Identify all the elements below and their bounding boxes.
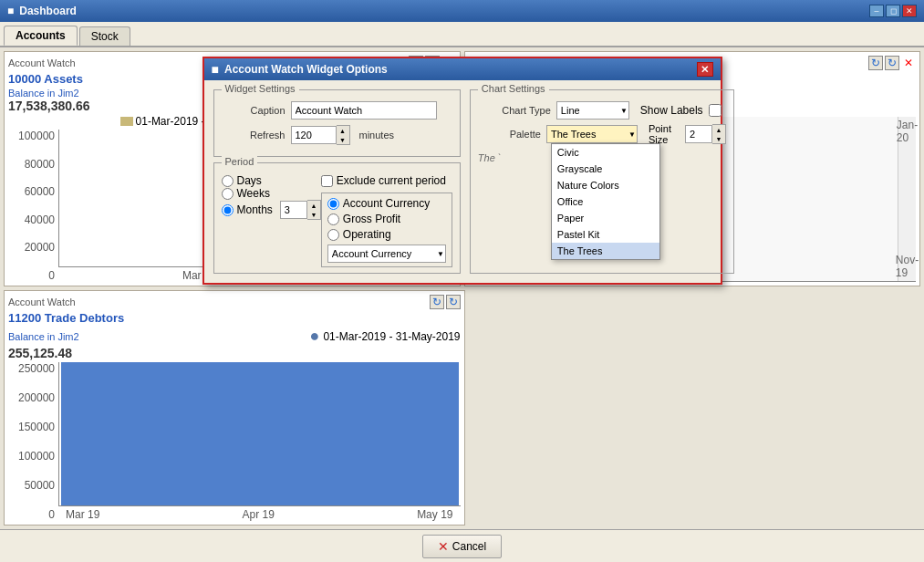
- refresh-down-btn[interactable]: ▼: [337, 135, 349, 144]
- chart-labels-bottom-left: Mar 19 Apr 19 May 19: [58, 506, 461, 521]
- palette-item-paper[interactable]: Paper: [552, 210, 659, 226]
- radio-days-input[interactable]: [222, 175, 234, 187]
- palette-wrapper: The Trees ▼: [546, 125, 638, 143]
- radio-months-input[interactable]: [222, 204, 234, 216]
- chart-type-select[interactable]: Line Bar Area: [556, 101, 629, 120]
- modal-icon: ■: [212, 62, 219, 77]
- bottom-bar: ✕ Cancel: [0, 529, 924, 562]
- close-button[interactable]: ✕: [902, 5, 917, 17]
- exclude-period-checkbox[interactable]: [321, 175, 333, 187]
- tab-bar: Accounts Stock: [0, 22, 924, 47]
- chart-type-row: Chart Type Line Bar Area ▼: [478, 101, 726, 120]
- cancel-icon: ✕: [438, 539, 449, 554]
- modal-title-text: ■ Account Watch Widget Options: [212, 62, 388, 77]
- widget-refresh-btn-top-right[interactable]: ↻: [885, 56, 899, 70]
- widget-bottom-left: Account Watch ↻ ↻ 11200 Trade Debtors Ba…: [4, 290, 465, 526]
- widget-refresh-btn-bottom-left[interactable]: ↻: [446, 295, 461, 309]
- account-radio-currency: Account Currency: [327, 197, 446, 210]
- modal-sections: Widget Settings Caption Refresh: [213, 89, 711, 274]
- radio-months: Months ▲ ▼: [222, 200, 321, 220]
- balance-value-bottom-left: 255,125.48: [8, 346, 461, 360]
- account-gross-radio[interactable]: [327, 213, 339, 225]
- palette-row: Palette The Trees ▼ Point Size: [478, 123, 726, 145]
- account-radio-gross: Gross Profit: [327, 213, 446, 225]
- refresh-up-btn[interactable]: ▲: [337, 126, 349, 135]
- months-input[interactable]: [280, 201, 307, 219]
- legend-box-tan: [120, 117, 133, 126]
- refresh-icon-bottom-left: ↻: [449, 296, 458, 308]
- chart-settings-column: Chart Settings Chart Type Line Bar Area: [470, 89, 734, 274]
- widget-title-bottom-left: Account Watch: [8, 297, 76, 307]
- person-icon-bottom-left: ●: [310, 327, 320, 346]
- point-size-up-btn[interactable]: ▲: [712, 125, 725, 134]
- palette-select[interactable]: The Trees: [546, 125, 638, 143]
- tab-accounts[interactable]: Accounts: [4, 26, 78, 46]
- account-operating-radio[interactable]: [327, 229, 339, 241]
- caption-row: Caption: [222, 101, 452, 120]
- window-controls[interactable]: – ◻ ✕: [869, 5, 917, 17]
- minimize-button[interactable]: –: [869, 5, 884, 17]
- widget-settings-btn-bottom-left[interactable]: ↻: [430, 295, 444, 309]
- widget-settings-btn-top-right[interactable]: ↻: [868, 56, 883, 70]
- point-size-input[interactable]: [685, 125, 712, 143]
- widget-title-top-left: Account Watch: [8, 57, 76, 68]
- account-currency-radio[interactable]: [327, 198, 339, 210]
- show-labels-checkbox[interactable]: [709, 104, 722, 117]
- chart-area-bottom-left: 250000 200000 150000 100000 50000 0 Mar …: [8, 362, 461, 521]
- exclude-period-row: Exclude current period: [321, 174, 452, 187]
- refresh-label: Refresh: [222, 130, 286, 140]
- palette-item-civic[interactable]: Civic: [552, 144, 659, 161]
- y-axis-top-left: 100000 80000 60000 40000 20000 0: [8, 130, 58, 282]
- period-label: Period: [222, 156, 258, 167]
- radio-weeks-input[interactable]: [222, 188, 234, 200]
- modal-title-bar: ■ Account Watch Widget Options ✕: [204, 58, 721, 80]
- show-labels-text: Show Labels: [640, 104, 703, 117]
- palette-item-grayscale[interactable]: Grayscale: [552, 161, 659, 177]
- account-select-wrapper: Account Currency ▼: [327, 245, 446, 263]
- refresh-input[interactable]: [291, 126, 337, 144]
- chart-settings-label: Chart Settings: [478, 83, 549, 94]
- months-up-btn[interactable]: ▲: [307, 201, 320, 210]
- point-size-row: Point Size ▲ ▼: [649, 123, 726, 145]
- period-right: Exclude current period Account Currency: [321, 174, 452, 267]
- minutes-label: minutes: [359, 130, 395, 140]
- palette-dropdown-popup[interactable]: Civic Grayscale Nature Colors Office Pap…: [551, 143, 660, 260]
- chart-type-wrapper: Line Bar Area ▼: [556, 101, 629, 120]
- tab-stock[interactable]: Stock: [79, 26, 130, 46]
- widget-settings-column: Widget Settings Caption Refresh: [213, 89, 461, 274]
- widget-close-btn-top-right[interactable]: ✕: [901, 56, 916, 70]
- period-section: Period Days Weeks: [213, 162, 461, 274]
- account-radio-operating: Operating: [327, 228, 446, 241]
- app-icon: ■: [7, 5, 14, 17]
- palette-item-thetrees[interactable]: The Trees: [552, 243, 659, 259]
- account-select-row: Account Currency ▼: [327, 245, 446, 263]
- period-options: Days Weeks Months: [222, 174, 321, 267]
- palette-item-nature[interactable]: Nature Colors: [552, 177, 659, 193]
- blue-bar-area: [58, 362, 461, 506]
- chart-settings-section: Chart Settings Chart Type Line Bar Area: [470, 89, 734, 274]
- modal-dialog: ■ Account Watch Widget Options ✕ Widget …: [202, 57, 722, 285]
- months-spinner: ▲ ▼: [280, 200, 321, 220]
- bottom-right-empty: [469, 290, 921, 526]
- refresh-icon-top-right: ↻: [888, 57, 897, 69]
- title-bar: ■ Dashboard – ◻ ✕: [0, 0, 924, 22]
- modal-close-button[interactable]: ✕: [697, 62, 713, 77]
- palette-item-pastelkit[interactable]: Pastel Kit: [552, 226, 659, 243]
- settings-icon-bottom-left: ↻: [432, 296, 441, 308]
- widget-header-bottom-left: Account Watch ↻ ↻: [8, 295, 461, 309]
- restore-button[interactable]: ◻: [886, 5, 900, 17]
- top-right-chart-placeholder: Jan-20 Nov-19: [898, 117, 916, 281]
- cancel-button[interactable]: ✕ Cancel: [422, 535, 502, 558]
- point-size-down-btn[interactable]: ▼: [712, 134, 725, 143]
- caption-input[interactable]: [291, 101, 437, 120]
- refresh-spinner: ▲ ▼: [291, 125, 350, 145]
- widget-settings-section: Widget Settings Caption Refresh: [213, 89, 461, 157]
- account-subsection: Account Currency Gross Profit: [321, 193, 452, 267]
- settings-icon-top-right: ↻: [871, 57, 880, 69]
- balance-label-bottom-left: Balance in Jim2: [8, 331, 79, 342]
- cancel-label: Cancel: [452, 540, 486, 553]
- months-down-btn[interactable]: ▼: [307, 210, 320, 219]
- palette-item-office[interactable]: Office: [552, 193, 659, 210]
- account-select[interactable]: Account Currency: [327, 245, 446, 263]
- close-icon-top-right: ✕: [904, 57, 913, 69]
